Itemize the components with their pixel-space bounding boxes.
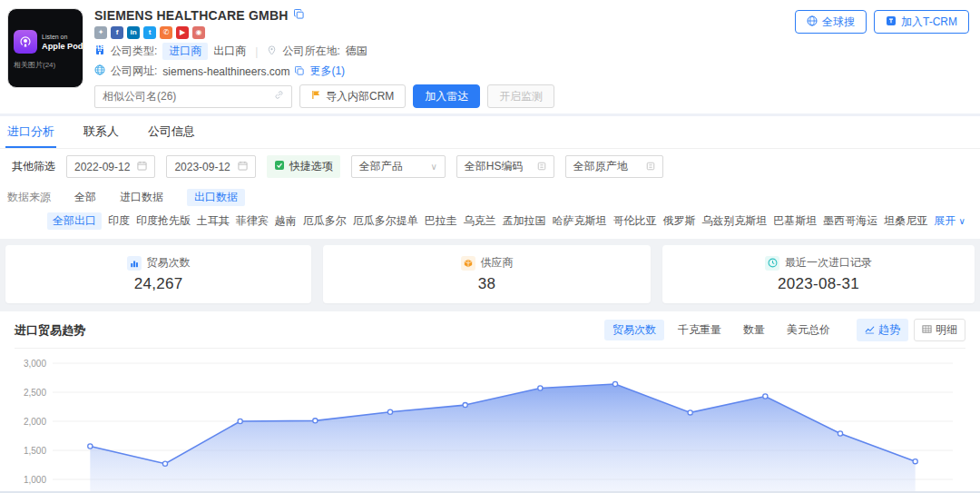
date-from-picker[interactable]: 2022-09-12 [66,155,155,178]
location-label: 公司所在地: [282,44,339,59]
quick-options-button[interactable]: 快捷选项 [267,155,340,178]
suppliers-value: 38 [478,275,496,293]
flag-icon [311,90,321,103]
date-from-value: 2022-09-12 [74,161,130,173]
web-icon[interactable]: ✦ [94,26,107,39]
country-item[interactable]: 菲律宾 [236,213,269,229]
country-all-export[interactable]: 全部出口 [47,212,102,230]
tab-contacts[interactable]: 联系人 [82,116,121,148]
metric-trade-count[interactable]: 贸易次数 [604,320,664,340]
origin-select[interactable]: 全部原产地 [565,155,663,178]
country-item[interactable]: 哈萨克斯坦 [552,213,606,229]
trade-count-value: 24,267 [134,275,183,293]
metric-quantity[interactable]: 数量 [735,320,773,340]
country-item[interactable]: 乌兹别克斯坦 [701,213,767,229]
start-monitor-button[interactable]: 开启监测 [487,84,554,108]
tab-company-info[interactable]: 公司信息 [146,116,197,148]
quick-options-label: 快捷选项 [289,159,333,174]
date-to-value: 2023-09-12 [174,161,230,173]
facebook-icon[interactable]: f [111,26,123,39]
apple-podcasts-icon [14,30,37,54]
country-item[interactable]: 厄瓜多尔提单 [353,213,418,229]
other-filters-label[interactable]: 其他筛选 [12,159,55,174]
filter-bar: 其他筛选 2022-09-12 2023-09-12 快捷选项 全部产品 ∨ 全… [0,149,980,183]
list-icon [646,162,655,173]
metric-weight[interactable]: 千克重量 [670,320,730,340]
trend-title: 进口贸易趋势 [15,322,85,339]
suppliers-label: 供应商 [481,255,514,271]
supplier-icon [461,256,475,271]
country-item[interactable]: 巴基斯坦 [773,213,817,229]
linkedin-icon[interactable]: in [127,26,140,39]
copy-website-icon[interactable] [295,65,304,78]
product-select[interactable]: 全部产品 ∨ [351,155,446,178]
hs-code-select[interactable]: 全部HS编码 [456,155,554,178]
country-item[interactable]: 巴拉圭 [425,213,457,229]
add-radar-button[interactable]: 加入雷达 [413,84,480,108]
trade-count-label: 贸易次数 [147,255,191,271]
last-import-value: 2023-08-31 [778,275,859,293]
country-item[interactable]: 印度抢先版 [136,213,191,229]
country-item[interactable]: 坦桑尼亚 [884,213,927,229]
metric-usd-total[interactable]: 美元总价 [779,320,838,340]
product-select-value: 全部产品 [359,159,403,174]
main-tabs: 进口分析 联系人 公司信息 [0,116,980,149]
company-type-export[interactable]: 出口商 [213,44,246,59]
table-icon [922,324,932,337]
country-item[interactable]: 越南 [275,213,297,229]
country-item[interactable]: 印度 [108,213,130,229]
svg-text:1,500: 1,500 [24,446,46,456]
country-item[interactable]: 乌克兰 [464,213,496,229]
trend-chart[interactable]: 05001,0001,5002,0002,5003,0002022-092022… [15,349,965,493]
ds-option-all[interactable]: 全部 [74,190,96,205]
join-tcrm-label: 加入T-CRM [901,15,957,30]
ds-option-import[interactable]: 进口数据 [120,190,163,205]
phone-icon[interactable]: ✆ [160,26,172,39]
calendar-icon [137,161,147,173]
date-to-picker[interactable]: 2023-09-12 [166,155,255,178]
country-item[interactable]: 墨西哥海运 [823,213,877,229]
view-detail-button[interactable]: 明细 [914,319,965,341]
location-icon [267,45,277,58]
join-tcrm-button[interactable]: 加入T-CRM [874,10,969,34]
view-trend-button[interactable]: 趋势 [857,319,908,341]
tab-import-analysis[interactable]: 进口分析 [5,116,56,148]
last-import-label: 最近一次进口记录 [785,255,872,271]
stat-cards: 贸易次数 24,267 供应商 38 最近一次进口记录 2023-08-31 [0,239,980,311]
global-search-button[interactable]: 全球搜 [795,10,867,34]
tcrm-icon [886,15,897,29]
copy-company-name-icon[interactable] [294,9,304,22]
clock-icon [765,256,779,271]
company-type-import-chip[interactable]: 进口商 [162,43,208,60]
similar-companies-input[interactable] [94,85,292,108]
country-item[interactable]: 土耳其 [197,213,230,229]
global-search-label: 全球搜 [822,15,855,30]
globe-icon [94,64,105,78]
country-item[interactable]: 俄罗斯 [662,213,695,229]
twitter-icon[interactable]: t [143,26,156,39]
trend-controls: 贸易次数 千克重量 数量 美元总价 趋势 明细 [604,319,965,341]
add-radar-label: 加入雷达 [425,89,468,104]
country-item[interactable]: 孟加拉国 [503,213,546,229]
website-more-link[interactable]: 更多(1) [309,64,345,79]
quick-options-icon [274,160,285,173]
website-label: 公司网址: [111,64,157,79]
area-chart-svg: 05001,0001,5002,0002,5003,0002022-092022… [15,352,965,493]
country-item[interactable]: 哥伦比亚 [612,213,656,229]
similar-companies-field[interactable] [103,90,269,103]
website-value[interactable]: siemens-healthineers.com [162,65,289,78]
card-trade-count: 贸易次数 24,267 [5,245,311,303]
youtube-icon[interactable]: ▶ [176,26,189,39]
origin-value: 全部原产地 [573,159,628,174]
country-item[interactable]: 厄瓜多尔 [303,213,347,229]
import-crm-button[interactable]: 导入内部CRM [299,84,406,108]
global-search-icon [807,15,818,29]
instagram-icon[interactable]: ◉ [192,26,205,39]
logo-caption: 相关图片(24) [14,60,77,70]
ds-option-export[interactable]: 出口数据 [187,189,245,206]
trend-section: 进口贸易趋势 贸易次数 千克重量 数量 美元总价 趋势 明细 [0,311,980,493]
chevron-down-icon: ∨ [959,216,965,226]
expand-link[interactable]: 展开 ∨ [934,213,965,229]
svg-text:2,000: 2,000 [24,417,46,427]
divider: | [255,45,258,58]
